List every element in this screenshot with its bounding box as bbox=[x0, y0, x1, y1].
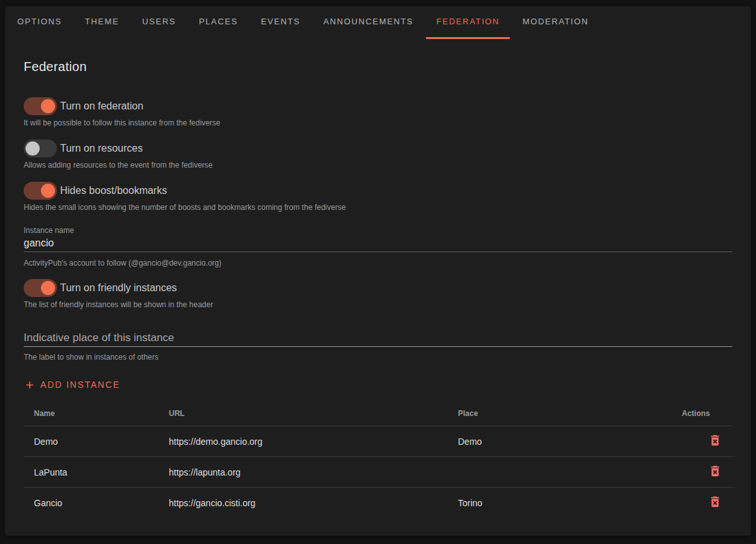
tab-options[interactable]: OPTIONS bbox=[7, 6, 72, 37]
instance-url-cell: https://lapunta.org bbox=[159, 457, 448, 488]
tab-places[interactable]: PLACES bbox=[189, 6, 248, 37]
instance-name-cell: Gancio bbox=[24, 488, 159, 518]
instance-place-field-group: The label to show in instances of others bbox=[24, 331, 732, 362]
table-row: Demo https://demo.gancio.org Demo bbox=[24, 426, 732, 457]
federation-toggle-group: Turn on federation It will be possible t… bbox=[24, 97, 732, 128]
friendly-toggle-group: Turn on friendly instances The list of f… bbox=[24, 279, 732, 310]
tab-users[interactable]: USERS bbox=[132, 6, 186, 37]
instance-name-label: Instance name bbox=[24, 226, 732, 236]
page-title: Federation bbox=[24, 59, 732, 74]
table-row: LaPunta https://lapunta.org bbox=[24, 457, 732, 488]
federation-toggle[interactable] bbox=[24, 97, 57, 115]
delete-instance-button[interactable] bbox=[708, 495, 722, 509]
trash-delete-icon bbox=[708, 495, 722, 509]
toggle-knob bbox=[41, 281, 55, 295]
hide-boosts-toggle[interactable] bbox=[24, 182, 57, 200]
delete-instance-button[interactable] bbox=[708, 433, 722, 447]
toggle-knob bbox=[26, 141, 40, 156]
friendly-instances-table: Name URL Place Actions Demo https://demo… bbox=[24, 402, 732, 518]
federation-toggle-hint: It will be possible to follow this insta… bbox=[24, 118, 732, 128]
instance-place-cell: Torino bbox=[448, 488, 672, 518]
friendly-instances-toggle[interactable] bbox=[24, 279, 57, 297]
tab-announcements[interactable]: ANNOUNCEMENTS bbox=[313, 6, 424, 37]
trash-delete-icon bbox=[708, 433, 722, 447]
toggle-knob bbox=[41, 184, 55, 198]
tab-moderation[interactable]: MODERATION bbox=[512, 6, 599, 37]
add-instance-button[interactable]: ADD INSTANCE bbox=[24, 378, 120, 392]
resources-toggle[interactable] bbox=[24, 140, 57, 157]
instance-place-cell bbox=[448, 457, 672, 488]
tab-events[interactable]: EVENTS bbox=[251, 6, 311, 37]
instance-name-field-group: Instance name ActivityPub's account to f… bbox=[24, 226, 732, 268]
toggle-knob bbox=[41, 99, 55, 113]
column-header-url: URL bbox=[159, 402, 448, 426]
trash-delete-icon bbox=[708, 464, 722, 478]
instance-name-cell: LaPunta bbox=[24, 457, 159, 488]
resources-toggle-group: Turn on resources Allows adding resource… bbox=[24, 140, 732, 170]
column-header-name: Name bbox=[24, 402, 159, 426]
instance-place-cell: Demo bbox=[448, 426, 672, 457]
friendly-instances-toggle-label: Turn on friendly instances bbox=[60, 282, 177, 294]
instance-place-hint: The label to show in instances of others bbox=[24, 353, 732, 362]
table-header-row: Name URL Place Actions bbox=[24, 402, 732, 426]
table-row: Gancio https://gancio.cisti.org Torino bbox=[24, 488, 732, 518]
hide-boosts-toggle-label: Hides boost/bookmarks bbox=[60, 185, 167, 196]
hide-boosts-toggle-group: Hides boost/bookmarks Hides the small ic… bbox=[24, 182, 732, 212]
resources-toggle-hint: Allows adding resources to the event fro… bbox=[24, 161, 732, 170]
admin-tabbar: OPTIONS THEME USERS PLACES EVENTS ANNOUN… bbox=[5, 6, 751, 39]
resources-toggle-label: Turn on resources bbox=[60, 143, 143, 154]
instance-place-input[interactable] bbox=[24, 331, 732, 347]
instance-name-hint: ActivityPub's account to follow (@gancio… bbox=[24, 259, 732, 268]
instance-name-input[interactable] bbox=[24, 237, 732, 252]
tab-theme[interactable]: THEME bbox=[75, 6, 130, 37]
instance-url-cell: https://demo.gancio.org bbox=[159, 426, 448, 457]
instance-name-cell: Demo bbox=[24, 426, 159, 457]
column-header-actions: Actions bbox=[672, 402, 732, 426]
instance-url-cell: https://gancio.cisti.org bbox=[159, 488, 448, 518]
add-instance-label: ADD INSTANCE bbox=[40, 380, 120, 390]
federation-settings-panel: Federation Turn on federation It will be… bbox=[5, 59, 751, 518]
friendly-instances-toggle-hint: The list of friendly instances will be s… bbox=[24, 300, 732, 310]
hide-boosts-toggle-hint: Hides the small icons showing the number… bbox=[24, 203, 732, 212]
federation-toggle-label: Turn on federation bbox=[60, 100, 143, 112]
tab-federation[interactable]: FEDERATION bbox=[426, 6, 510, 37]
plus-icon bbox=[24, 379, 36, 391]
admin-panel-card: OPTIONS THEME USERS PLACES EVENTS ANNOUN… bbox=[5, 6, 751, 536]
delete-instance-button[interactable] bbox=[708, 464, 722, 478]
column-header-place: Place bbox=[448, 402, 672, 426]
